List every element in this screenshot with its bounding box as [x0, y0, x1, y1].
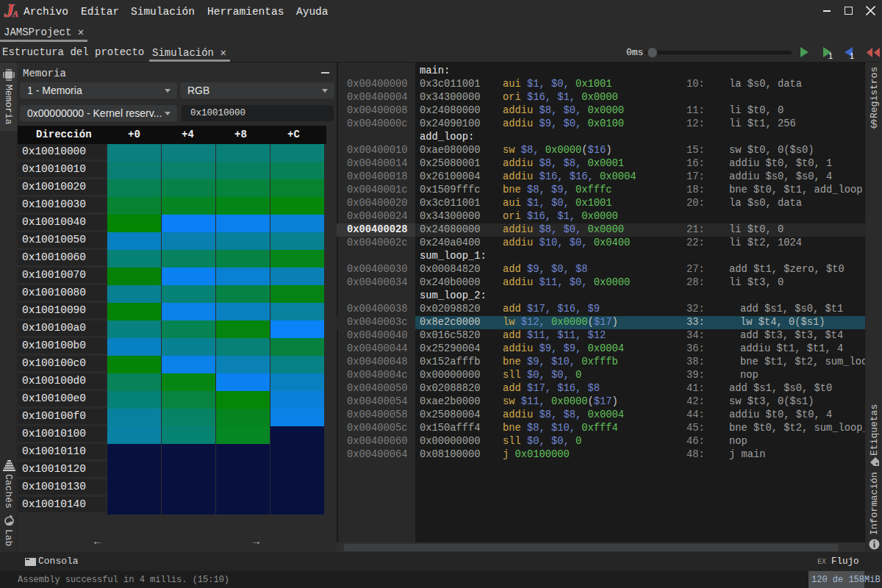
svg-text:1: 1: [828, 51, 833, 60]
svg-text:1: 1: [850, 51, 854, 60]
